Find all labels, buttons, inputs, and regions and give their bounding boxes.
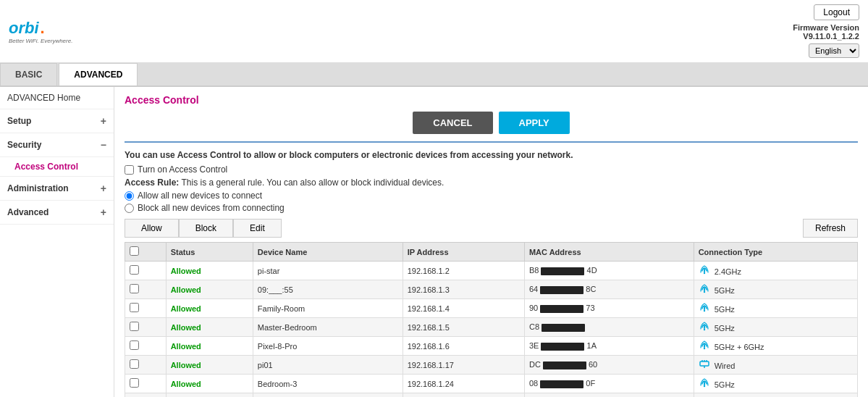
firmware-label: Firmware Version bbox=[793, 23, 859, 32]
svg-point-10 bbox=[703, 385, 704, 387]
row-device-3: Master-Bedroom bbox=[253, 318, 403, 337]
mac-redacted-4 bbox=[541, 343, 584, 351]
access-rule-row: Access Rule: This is a general rule. You… bbox=[125, 177, 858, 188]
sidebar-label-security: Security bbox=[7, 140, 41, 150]
col-ip-address: IP Address bbox=[403, 243, 524, 262]
sidebar-label-access-control: Access Control bbox=[14, 162, 78, 172]
allow-button[interactable]: Allow bbox=[125, 219, 179, 238]
row-ip-2: 192.168.1.4 bbox=[403, 299, 524, 318]
access-rule-label: Access Rule: bbox=[125, 177, 179, 188]
row-device-4: Pixel-8-Pro bbox=[253, 337, 403, 356]
sidebar: ADVANCED Home Setup + Security − Access … bbox=[0, 87, 114, 397]
row-conn-4: 5GHz + 6GHz bbox=[694, 337, 857, 356]
table-row: Allowed pi01 192.168.1.17 DC 60 Wired bbox=[125, 356, 858, 375]
row-conn-0: 2.4GHz bbox=[694, 262, 857, 280]
edit-button[interactable]: Edit bbox=[233, 219, 282, 238]
svg-point-1 bbox=[703, 291, 704, 293]
col-mac-address: MAC Address bbox=[524, 243, 694, 262]
sidebar-label-administration: Administration bbox=[7, 183, 69, 193]
row-status-0: Allowed bbox=[166, 262, 253, 280]
row-ip-7: 192.168.1.34 bbox=[403, 393, 524, 398]
description-text: You can use Access Control to allow or b… bbox=[125, 150, 858, 160]
sidebar-item-advanced[interactable]: Advanced + bbox=[0, 201, 114, 225]
table-body: Allowed pi-star 192.168.1.2 B8 4D 2.4GHz… bbox=[125, 262, 858, 398]
row-mac-7: E8 45 bbox=[524, 393, 694, 398]
main-layout: ADVANCED Home Setup + Security − Access … bbox=[0, 87, 868, 397]
row-mac-0: B8 4D bbox=[524, 262, 694, 280]
row-checkbox-6[interactable] bbox=[130, 378, 139, 388]
row-checkbox-1[interactable] bbox=[130, 284, 139, 293]
col-device-name: Device Name bbox=[253, 243, 403, 262]
nav-tabs: BASIC ADVANCED bbox=[0, 63, 868, 87]
row-checkbox-5[interactable] bbox=[130, 359, 139, 369]
row-ip-4: 192.168.1.6 bbox=[403, 337, 524, 356]
row-device-5: pi01 bbox=[253, 356, 403, 375]
radio-block-row: Block all new devices from connecting bbox=[125, 203, 858, 213]
mac-redacted-2 bbox=[540, 305, 583, 313]
row-checkbox-cell bbox=[125, 299, 167, 318]
conn-icon-1 bbox=[699, 285, 710, 296]
sidebar-label-advanced: Advanced bbox=[7, 207, 49, 217]
mac-redacted-6 bbox=[540, 380, 583, 388]
mac-redacted-1 bbox=[540, 286, 583, 294]
row-status-6: Allowed bbox=[166, 375, 253, 393]
turn-on-checkbox[interactable] bbox=[125, 165, 134, 175]
radio-allow[interactable] bbox=[125, 191, 134, 201]
col-status: Status bbox=[166, 243, 253, 262]
logo-tagline: Better WiFi. Everywhere. bbox=[9, 38, 72, 44]
row-conn-2: 5GHz bbox=[694, 299, 857, 318]
row-mac-4: 3E 1A bbox=[524, 337, 694, 356]
row-checkbox-cell bbox=[125, 280, 167, 299]
block-button[interactable]: Block bbox=[179, 219, 233, 238]
language-select[interactable]: English French German Spanish bbox=[809, 43, 859, 58]
sidebar-item-administration[interactable]: Administration + bbox=[0, 177, 114, 201]
row-device-6: Bedroom-3 bbox=[253, 375, 403, 393]
row-device-0: pi-star bbox=[253, 262, 403, 280]
row-mac-3: C8 bbox=[524, 318, 694, 337]
row-ip-6: 192.168.1.24 bbox=[403, 375, 524, 393]
refresh-button[interactable]: Refresh bbox=[803, 219, 858, 238]
mac-redacted-5 bbox=[543, 362, 586, 369]
svg-point-4 bbox=[703, 348, 704, 349]
row-ip-5: 192.168.1.17 bbox=[403, 356, 524, 375]
table-row: Allowed 09:___:55 192.168.1.3 64 8C 5GHz bbox=[125, 280, 858, 299]
page-title: Access Control bbox=[125, 94, 858, 106]
cancel-button[interactable]: CANCEL bbox=[413, 112, 492, 134]
row-checkbox-cell bbox=[125, 262, 167, 280]
conn-icon-6 bbox=[699, 379, 710, 390]
row-ip-1: 192.168.1.3 bbox=[403, 280, 524, 299]
row-ip-3: 192.168.1.5 bbox=[403, 318, 524, 337]
row-checkbox-cell bbox=[125, 337, 167, 356]
row-checkbox-cell bbox=[125, 375, 167, 393]
turn-on-row: Turn on Access Control bbox=[125, 164, 858, 175]
sidebar-item-advanced-home[interactable]: ADVANCED Home bbox=[0, 87, 114, 109]
row-conn-3: 5GHz bbox=[694, 318, 857, 337]
row-status-4: Allowed bbox=[166, 337, 253, 356]
svg-point-2 bbox=[703, 310, 704, 312]
tab-basic[interactable]: BASIC bbox=[0, 63, 57, 85]
logout-button[interactable]: Logout bbox=[814, 4, 859, 20]
sidebar-label-advanced-home: ADVANCED Home bbox=[7, 93, 80, 103]
row-checkbox-0[interactable] bbox=[130, 265, 139, 275]
logo: orbi. Better WiFi. Everywhere. bbox=[9, 19, 72, 44]
col-checkbox bbox=[125, 243, 167, 262]
apply-button[interactable]: APPLY bbox=[499, 112, 570, 134]
radio-block-label: Block all new devices from connecting bbox=[138, 203, 285, 213]
sidebar-item-access-control[interactable]: Access Control bbox=[0, 157, 114, 177]
row-checkbox-4[interactable] bbox=[130, 340, 139, 350]
svg-point-3 bbox=[703, 329, 704, 330]
device-table: Status Device Name IP Address MAC Addres… bbox=[125, 242, 858, 397]
tab-advanced[interactable]: ADVANCED bbox=[59, 63, 138, 85]
button-bar: CANCEL APPLY bbox=[125, 112, 858, 143]
row-conn-6: 5GHz bbox=[694, 375, 857, 393]
sidebar-item-setup[interactable]: Setup + bbox=[0, 109, 114, 133]
turn-on-label: Turn on Access Control bbox=[138, 164, 227, 175]
row-mac-1: 64 8C bbox=[524, 280, 694, 299]
row-checkbox-3[interactable] bbox=[130, 322, 139, 331]
row-status-3: Allowed bbox=[166, 318, 253, 337]
svg-rect-5 bbox=[700, 362, 709, 366]
select-all-checkbox[interactable] bbox=[130, 246, 139, 256]
sidebar-item-security[interactable]: Security − bbox=[0, 133, 114, 157]
row-checkbox-2[interactable] bbox=[130, 303, 139, 312]
radio-block[interactable] bbox=[125, 204, 134, 213]
